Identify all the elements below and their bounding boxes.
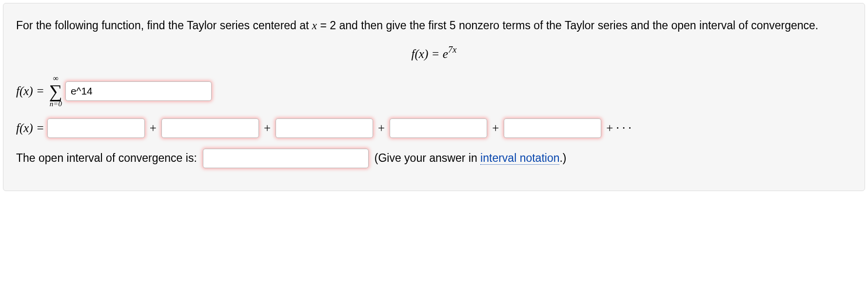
interval-notation-link[interactable]: interval notation (480, 152, 559, 165)
prompt-text-1: For the following function, find the Tay… (16, 19, 312, 32)
function-definition: f(x) = e7x (16, 47, 852, 61)
term-3-input[interactable] (276, 118, 373, 138)
terms-lhs: f(x) = (16, 121, 44, 135)
plus-4: + (492, 121, 499, 135)
interval-hint: (Give your answer in interval notation.) (375, 152, 567, 165)
question-card: For the following function, find the Tay… (3, 3, 865, 191)
function-exponent: 7x (448, 44, 457, 55)
plus-1: + (150, 121, 157, 135)
hint-suffix: .) (559, 152, 566, 164)
center-variable: x (312, 19, 317, 32)
hint-prefix: (Give your answer in (375, 152, 480, 164)
plus-3: + (378, 121, 385, 135)
interval-row: The open interval of convergence is: (Gi… (16, 149, 852, 168)
series-general-term-input[interactable] (65, 81, 212, 101)
center-value: 2 (330, 19, 336, 32)
equals-sign: = (317, 19, 330, 32)
sigma-icon: ∑ (49, 83, 62, 99)
series-lhs: f(x) = (16, 84, 44, 98)
term-1-input[interactable] (47, 118, 145, 138)
term-5-input[interactable] (504, 118, 601, 138)
function-lhs: f(x) = e (412, 47, 448, 60)
plus-2: + (264, 121, 271, 135)
sum-lower-limit: n=0 (50, 100, 62, 108)
summation-symbol: ∞ ∑ n=0 (49, 75, 62, 108)
term-4-input[interactable] (390, 118, 487, 138)
term-2-input[interactable] (161, 118, 259, 138)
series-tail: + · · · (606, 121, 631, 135)
interval-input[interactable] (203, 149, 369, 168)
expanded-terms-row: f(x) = + + + + + · · · (16, 118, 852, 138)
prompt-text-2: and then give the first 5 nonzero terms … (336, 19, 818, 32)
question-prompt: For the following function, find the Tay… (16, 17, 852, 35)
interval-label: The open interval of convergence is: (16, 152, 197, 165)
series-sum-row: f(x) = ∞ ∑ n=0 (16, 75, 852, 108)
